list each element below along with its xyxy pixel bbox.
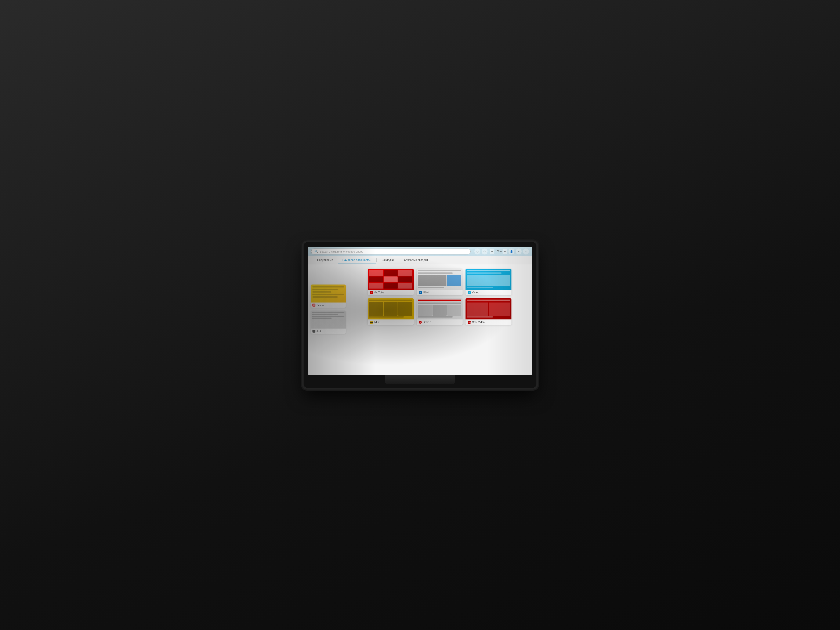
youtube-label: ▶ YouTube bbox=[368, 290, 414, 295]
partial-left-cards: Я Яндекс T think bbox=[311, 284, 346, 334]
cnn-name: CNN Video bbox=[472, 321, 485, 324]
sites-grid: ▶ YouTube bbox=[368, 268, 512, 325]
bookmark-button[interactable]: ☆ bbox=[482, 248, 488, 254]
vimeo-thumbnail bbox=[466, 268, 512, 290]
tab-most-visited[interactable]: Наиболее посещаем... bbox=[338, 256, 376, 264]
menu-icon: ≡ bbox=[518, 250, 519, 253]
tab-open-tabs[interactable]: Открытые вкладки bbox=[399, 256, 433, 264]
site-card-vimeo[interactable]: V Vimeo bbox=[466, 268, 512, 295]
browser-header: 🔍 Введите URL или ключевое слово ↻ ☆ − 1… bbox=[308, 247, 532, 256]
refresh-icon: ↻ bbox=[476, 250, 478, 253]
msn-name: MSN bbox=[423, 291, 429, 294]
zoom-controls: − 100% + bbox=[489, 249, 507, 254]
site-card-msn[interactable]: M MSN bbox=[417, 268, 463, 295]
drom-thumbnail bbox=[417, 298, 463, 319]
zoom-level: 100% bbox=[495, 250, 502, 253]
imdb-favicon: IMDb bbox=[370, 321, 373, 324]
tab-popular[interactable]: Популярные bbox=[313, 256, 338, 264]
site-card-youtube[interactable]: ▶ YouTube bbox=[368, 268, 414, 295]
youtube-favicon: ▶ bbox=[370, 291, 373, 294]
close-icon: ✕ bbox=[525, 250, 527, 253]
tab-divider-2 bbox=[399, 258, 399, 262]
sites-grid-wrapper: ▶ YouTube bbox=[354, 268, 526, 325]
profile-icon: 👤 bbox=[510, 250, 513, 253]
vimeo-name: Vimeo bbox=[472, 291, 479, 294]
think-favicon: T bbox=[313, 330, 316, 333]
search-icon: 🔍 bbox=[314, 250, 318, 253]
zoom-in-button[interactable]: + bbox=[502, 249, 507, 254]
nav-tabs: Популярные Наиболее посещаем... Закладки… bbox=[308, 256, 532, 264]
vimeo-favicon: V bbox=[467, 291, 471, 294]
search-bar[interactable]: 🔍 Введите URL или ключевое слово bbox=[311, 248, 471, 254]
msn-thumbnail bbox=[417, 268, 463, 290]
site-card-drom[interactable]: D Drom.ru bbox=[417, 298, 463, 325]
youtube-name: YouTube bbox=[374, 291, 384, 294]
cnn-favicon: CNN bbox=[467, 321, 471, 324]
search-input[interactable]: Введите URL или ключевое слово bbox=[320, 250, 467, 253]
drom-name: Drom.ru bbox=[423, 321, 432, 324]
yandex-label: Я Яндекс bbox=[311, 303, 346, 308]
tv-frame: 🔍 Введите URL или ключевое слово ↻ ☆ − 1… bbox=[303, 242, 537, 388]
yandex-favicon: Я bbox=[313, 303, 316, 306]
zoom-out-button[interactable]: − bbox=[489, 249, 494, 254]
site-card-cnn[interactable]: CNN CNN Video bbox=[466, 298, 512, 325]
bookmark-icon: ☆ bbox=[483, 250, 486, 253]
yandex-name: Яндекс bbox=[316, 304, 324, 306]
site-card-think[interactable]: T think bbox=[311, 311, 346, 334]
msn-label: M MSN bbox=[417, 290, 463, 295]
drom-label: D Drom.ru bbox=[417, 319, 463, 325]
think-label: T think bbox=[311, 328, 346, 334]
refresh-button[interactable]: ↻ bbox=[474, 248, 480, 254]
cnn-label: CNN CNN Video bbox=[466, 319, 512, 325]
site-card-yandex[interactable]: Я Яндекс bbox=[311, 284, 346, 308]
browser-content: Я Яндекс T think bbox=[308, 264, 532, 375]
think-name: think bbox=[316, 330, 321, 332]
profile-button[interactable]: 👤 bbox=[508, 248, 515, 254]
yandex-thumbnail bbox=[311, 284, 346, 303]
drom-favicon: D bbox=[419, 321, 422, 324]
think-thumbnail bbox=[311, 311, 346, 328]
tv-screen: 🔍 Введите URL или ключевое слово ↻ ☆ − 1… bbox=[308, 247, 532, 375]
imdb-name: IMDB bbox=[374, 321, 381, 324]
tab-bookmarks[interactable]: Закладки bbox=[377, 256, 398, 264]
tv-stand bbox=[385, 375, 455, 384]
cnn-thumbnail bbox=[466, 298, 512, 319]
imdb-thumbnail bbox=[368, 298, 414, 319]
site-card-imdb[interactable]: IMDb IMDB bbox=[368, 298, 414, 325]
menu-button[interactable]: ≡ bbox=[516, 248, 522, 254]
msn-favicon: M bbox=[419, 291, 422, 294]
vimeo-label: V Vimeo bbox=[466, 290, 512, 295]
youtube-thumbnail bbox=[368, 268, 414, 290]
tab-divider bbox=[376, 258, 377, 262]
header-icons: ↻ ☆ − 100% + 👤 ≡ ✕ bbox=[474, 248, 529, 254]
close-button[interactable]: ✕ bbox=[523, 248, 529, 254]
imdb-label: IMDb IMDB bbox=[368, 319, 414, 325]
